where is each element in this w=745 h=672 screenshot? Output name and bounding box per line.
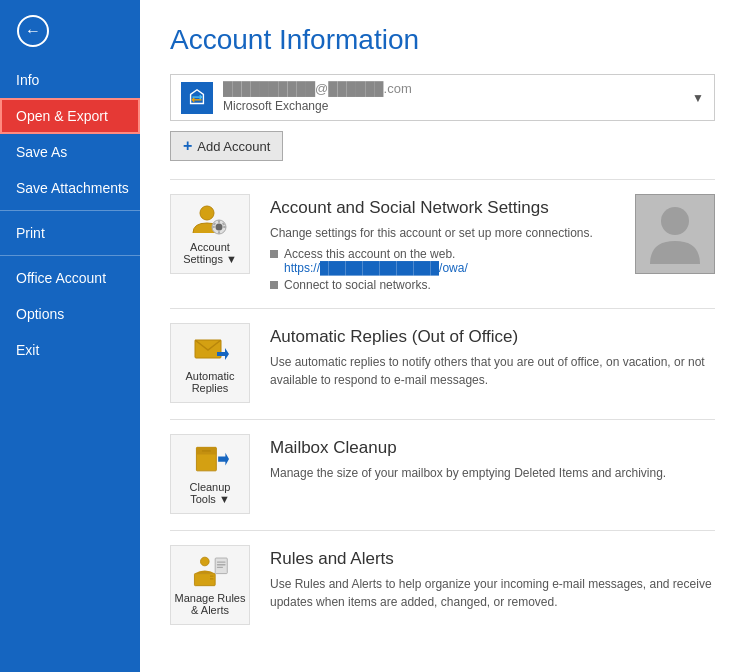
rules-alerts-icon-label: Manage Rules& Alerts	[175, 592, 246, 616]
account-settings-icon	[191, 203, 229, 237]
sidebar: ← Info Open & Export Save As Save Attach…	[0, 0, 140, 672]
svg-rect-5	[212, 226, 215, 228]
account-info: ██████████@██████.com Microsoft Exchange	[223, 81, 692, 114]
sidebar-item-save-attachments[interactable]: Save Attachments	[0, 170, 140, 206]
sidebar-item-options[interactable]: Options	[0, 296, 140, 332]
bullet-web-access: Access this account on the web. https://…	[270, 247, 625, 275]
back-button[interactable]: ←	[10, 8, 56, 54]
sidebar-item-print[interactable]: Print	[0, 215, 140, 251]
bullet-sq-icon-2	[270, 281, 278, 289]
svg-point-2	[216, 224, 223, 231]
back-arrow-icon: ←	[17, 15, 49, 47]
account-settings-text: Account and Social Network Settings Chan…	[270, 194, 625, 292]
add-account-label: Add Account	[197, 139, 270, 154]
rules-alerts-title: Rules and Alerts	[270, 549, 715, 569]
sidebar-item-office-account[interactable]: Office Account	[0, 260, 140, 296]
cleanup-tools-icon	[191, 443, 229, 477]
rules-alerts-icon	[191, 554, 229, 588]
svg-rect-19	[217, 567, 223, 568]
account-settings-bullets: Access this account on the web. https://…	[270, 247, 625, 292]
owa-link[interactable]: https://██████████████/owa/	[284, 261, 468, 275]
sidebar-nav: Info Open & Export Save As Save Attachme…	[0, 62, 140, 368]
main-content: Account Information ██████████@██████.co…	[140, 0, 745, 672]
svg-point-9	[661, 207, 689, 235]
rules-alerts-icon-box[interactable]: Manage Rules& Alerts	[170, 545, 250, 625]
mailbox-cleanup-icon-box[interactable]: CleanupTools ▼	[170, 434, 250, 514]
add-account-button[interactable]: + Add Account	[170, 131, 283, 161]
automatic-replies-icon-box[interactable]: AutomaticReplies	[170, 323, 250, 403]
sidebar-divider-1	[0, 210, 140, 211]
account-dropdown-arrow-icon: ▼	[692, 91, 704, 105]
svg-rect-16	[215, 558, 227, 574]
account-settings-desc: Change settings for this account or set …	[270, 224, 625, 242]
svg-rect-17	[217, 562, 226, 563]
feature-row-account-settings: AccountSettings ▼ Account and Social Net…	[170, 179, 715, 292]
account-settings-icon-label: AccountSettings ▼	[183, 241, 237, 265]
rules-alerts-desc: Use Rules and Alerts to help organize yo…	[270, 575, 715, 611]
account-settings-title: Account and Social Network Settings	[270, 198, 625, 218]
svg-rect-3	[218, 220, 220, 223]
svg-rect-4	[218, 231, 220, 234]
bullet-sq-icon	[270, 250, 278, 258]
bullet-social-networks: Connect to social networks.	[270, 278, 625, 292]
automatic-replies-desc: Use automatic replies to notify others t…	[270, 353, 715, 389]
automatic-replies-icon	[191, 332, 229, 366]
sidebar-item-open-export[interactable]: Open & Export	[0, 98, 140, 134]
cleanup-tools-icon-label: CleanupTools ▼	[190, 481, 231, 505]
bullet-social-text: Connect to social networks.	[284, 278, 431, 292]
account-selector-icon	[181, 82, 213, 114]
avatar-icon	[645, 199, 705, 269]
sidebar-item-save-as[interactable]: Save As	[0, 134, 140, 170]
rules-alerts-text: Rules and Alerts Use Rules and Alerts to…	[270, 545, 715, 611]
feature-row-automatic-replies: AutomaticReplies Automatic Replies (Out …	[170, 308, 715, 403]
sidebar-divider-2	[0, 255, 140, 256]
account-settings-icon-box[interactable]: AccountSettings ▼	[170, 194, 250, 274]
feature-row-rules-alerts: Manage Rules& Alerts Rules and Alerts Us…	[170, 530, 715, 625]
svg-rect-6	[223, 226, 226, 228]
svg-rect-13	[202, 450, 211, 452]
page-title: Account Information	[170, 24, 715, 56]
feature-row-mailbox-cleanup: CleanupTools ▼ Mailbox Cleanup Manage th…	[170, 419, 715, 514]
svg-rect-15	[194, 574, 215, 586]
account-type: Microsoft Exchange	[223, 99, 328, 113]
svg-rect-18	[217, 564, 226, 565]
account-selector[interactable]: ██████████@██████.com Microsoft Exchange…	[170, 74, 715, 121]
svg-point-0	[200, 206, 214, 220]
mailbox-cleanup-title: Mailbox Cleanup	[270, 438, 715, 458]
mailbox-cleanup-desc: Manage the size of your mailbox by empty…	[270, 464, 715, 482]
svg-point-14	[201, 557, 210, 566]
plus-icon: +	[183, 137, 192, 155]
avatar	[635, 194, 715, 274]
mailbox-cleanup-text: Mailbox Cleanup Manage the size of your …	[270, 434, 715, 482]
sidebar-item-exit[interactable]: Exit	[0, 332, 140, 368]
automatic-replies-title: Automatic Replies (Out of Office)	[270, 327, 715, 347]
bullet-web-access-text: Access this account on the web. https://…	[284, 247, 468, 275]
automatic-replies-text: Automatic Replies (Out of Office) Use au…	[270, 323, 715, 389]
exchange-icon	[186, 87, 208, 109]
sidebar-item-info[interactable]: Info	[0, 62, 140, 98]
account-email: ██████████@██████.com	[223, 81, 692, 96]
automatic-replies-icon-label: AutomaticReplies	[186, 370, 235, 394]
